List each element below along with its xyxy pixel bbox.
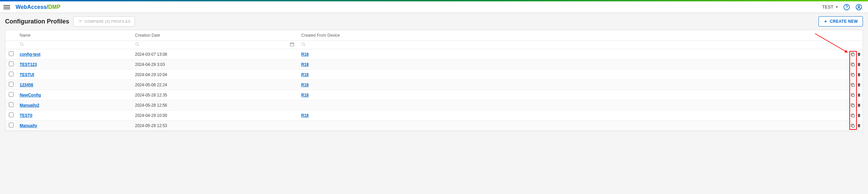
table-header-row: Name Creation Date Created From Device xyxy=(5,30,863,41)
svg-point-4 xyxy=(20,43,23,46)
filter-device[interactable] xyxy=(298,41,849,49)
profile-name-link[interactable]: config-test xyxy=(20,52,40,57)
account-icon[interactable] xyxy=(855,3,863,11)
device-link[interactable]: R18 xyxy=(301,83,309,87)
create-label: CREATE NEW xyxy=(830,19,858,24)
row-checkbox[interactable] xyxy=(9,61,14,66)
device-link[interactable]: R18 xyxy=(301,93,309,98)
row-date: 2024-05-06 22:24 xyxy=(132,80,298,90)
table-row: Manually 2024-05-28 12:53 xyxy=(5,121,863,131)
clone-icon[interactable] xyxy=(850,113,855,118)
clone-icon[interactable] xyxy=(850,103,855,108)
header-actions xyxy=(849,30,863,41)
row-date: 2024-05-28 12:35 xyxy=(132,90,298,100)
row-checkbox[interactable] xyxy=(9,92,14,97)
user-menu[interactable]: TEST xyxy=(822,4,838,10)
profile-name-link[interactable]: TEST123 xyxy=(20,62,37,67)
table-row: NewConfig 2024-05-28 12:35 R18 xyxy=(5,90,863,100)
clone-icon[interactable] xyxy=(850,83,855,87)
delete-icon[interactable] xyxy=(856,72,861,77)
svg-rect-8 xyxy=(852,53,854,56)
table-row: TEST0 2024-04-29 10:00 R18 xyxy=(5,110,863,121)
header-name[interactable]: Name xyxy=(16,30,132,41)
svg-rect-14 xyxy=(852,114,854,117)
row-date: 2024-05-28 12:56 xyxy=(132,100,298,110)
device-link[interactable]: R18 xyxy=(301,72,309,77)
user-label: TEST xyxy=(822,4,833,10)
header-checkbox xyxy=(5,30,16,41)
row-date: 2024-03-07 13:08 xyxy=(132,49,298,59)
delete-icon[interactable] xyxy=(856,113,861,118)
logo-dmp: DMP xyxy=(48,4,60,10)
svg-rect-15 xyxy=(852,125,854,127)
device-link[interactable]: R18 xyxy=(301,113,309,118)
svg-point-3 xyxy=(858,5,860,7)
help-icon[interactable] xyxy=(843,3,850,11)
clone-icon[interactable] xyxy=(850,123,855,128)
row-checkbox[interactable] xyxy=(9,72,14,76)
compare-profiles-button[interactable]: COMPARE (2) PROFILES xyxy=(73,16,135,27)
svg-rect-11 xyxy=(852,84,854,86)
svg-rect-12 xyxy=(852,94,854,96)
table-row: TEST123 2024-04-29 3:03 R18 xyxy=(5,59,863,70)
header-date[interactable]: Creation Date xyxy=(132,30,298,41)
header-device[interactable]: Created From Device xyxy=(298,30,849,41)
row-checkbox[interactable] xyxy=(9,112,14,117)
row-checkbox[interactable] xyxy=(9,102,14,107)
user-area: TEST xyxy=(822,3,865,11)
svg-rect-10 xyxy=(852,74,854,76)
delete-icon[interactable] xyxy=(856,103,861,108)
svg-rect-6 xyxy=(290,43,294,46)
row-checkbox[interactable] xyxy=(9,51,14,56)
row-date: 2024-04-29 10:04 xyxy=(132,70,298,80)
clone-icon[interactable] xyxy=(850,62,855,67)
page-toolbar: Configuration Profiles COMPARE (2) PROFI… xyxy=(0,13,868,30)
table-row: 123456 2024-05-06 22:24 R18 xyxy=(5,80,863,90)
chevron-down-icon xyxy=(835,6,838,8)
device-link[interactable]: R18 xyxy=(301,52,309,57)
table-row: config-test 2024-03-07 13:08 R18 xyxy=(5,49,863,59)
svg-point-5 xyxy=(136,43,138,46)
table-filter-row xyxy=(5,41,863,49)
profile-name-link[interactable]: 123456 xyxy=(20,83,33,87)
svg-rect-13 xyxy=(852,104,854,107)
search-icon xyxy=(20,42,24,47)
device-link[interactable]: R18 xyxy=(301,62,309,67)
delete-icon[interactable] xyxy=(856,123,861,128)
clone-icon[interactable] xyxy=(850,72,855,77)
svg-point-7 xyxy=(302,43,305,46)
delete-icon[interactable] xyxy=(856,93,861,98)
calendar-icon[interactable] xyxy=(290,42,294,48)
table-row: Manually2 2024-05-28 12:56 xyxy=(5,100,863,110)
profile-name-link[interactable]: Manually xyxy=(20,123,37,128)
delete-icon[interactable] xyxy=(856,83,861,87)
delete-icon[interactable] xyxy=(856,62,861,67)
table-row: TESTUI 2024-04-29 10:04 R18 xyxy=(5,70,863,80)
clone-icon[interactable] xyxy=(850,52,855,57)
hamburger-menu-icon[interactable] xyxy=(3,4,10,11)
profile-name-link[interactable]: TESTUI xyxy=(20,72,34,77)
row-date: 2024-05-28 12:53 xyxy=(132,121,298,131)
filter-date[interactable] xyxy=(132,41,298,49)
row-date: 2024-04-29 10:00 xyxy=(132,110,298,121)
svg-point-1 xyxy=(846,8,847,8)
compare-label: COMPARE (2) PROFILES xyxy=(84,19,131,23)
create-new-button[interactable]: CREATE NEW xyxy=(818,16,863,27)
search-icon xyxy=(301,42,306,47)
filter-name[interactable] xyxy=(16,41,132,49)
row-checkbox[interactable] xyxy=(9,123,14,127)
profiles-table: Name Creation Date Created From Device xyxy=(5,30,863,131)
logo-webaccess: WebAccess/ xyxy=(16,4,48,10)
row-checkbox[interactable] xyxy=(9,82,14,87)
row-date: 2024-04-29 3:03 xyxy=(132,59,298,70)
profile-name-link[interactable]: Manually2 xyxy=(20,103,39,108)
profile-name-link[interactable]: NewConfig xyxy=(20,93,41,98)
search-icon xyxy=(135,42,139,47)
page-title: Configuration Profiles xyxy=(5,18,69,25)
svg-rect-9 xyxy=(852,64,854,66)
clone-icon[interactable] xyxy=(850,93,855,98)
profile-name-link[interactable]: TEST0 xyxy=(20,113,32,118)
app-logo: WebAccess/DMP xyxy=(16,4,60,10)
app-header: WebAccess/DMP TEST xyxy=(0,1,868,13)
delete-icon[interactable] xyxy=(856,52,861,57)
